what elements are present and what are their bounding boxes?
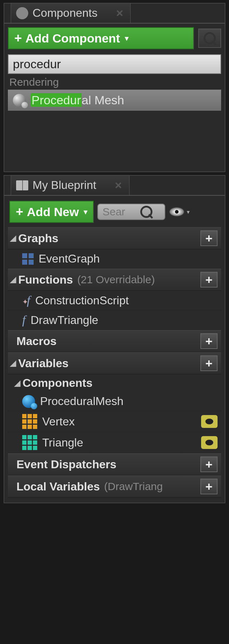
view-options-button[interactable]: ▾ (169, 207, 190, 217)
event-dispatchers-label: Event Dispatchers (16, 458, 116, 471)
search-result[interactable]: Procedural Mesh (8, 90, 221, 111)
add-variable-button[interactable]: + (200, 355, 218, 371)
functions-label: Functions (18, 273, 73, 286)
local-variables-label: Local Variables (16, 480, 100, 493)
subsection-components[interactable]: ◢ Components (8, 374, 221, 392)
add-dispatcher-button[interactable]: + (200, 456, 218, 472)
add-local-var-button[interactable]: + (200, 479, 218, 494)
variables-label: Variables (18, 357, 69, 370)
graph-icon (22, 253, 34, 265)
constructionscript-label: ConstructionScript (35, 294, 128, 307)
result-highlight: Procedur (31, 93, 82, 107)
category-label: Rendering (8, 74, 221, 90)
gear-icon (16, 7, 28, 19)
search-icon (204, 32, 216, 44)
component-search-input[interactable] (8, 54, 221, 74)
tree-item-constructionscript[interactable]: ✦f ConstructionScript (8, 291, 221, 310)
search-toggle-button[interactable] (198, 29, 221, 48)
section-graphs[interactable]: ◢Graphs + (8, 227, 221, 249)
local-vars-hint: (DrawTriang (104, 480, 163, 493)
close-icon[interactable]: × (115, 178, 122, 192)
expand-icon: ◢ (14, 379, 20, 388)
add-component-button[interactable]: + Add Component ▾ (8, 27, 194, 49)
expand-icon: ◢ (10, 359, 16, 368)
tree-item-triangle[interactable]: Triangle (8, 432, 221, 453)
blueprint-body: + Add New ▾ ▾ ◢Graphs + EventGraph ◢Func… (4, 195, 225, 503)
section-event-dispatchers[interactable]: Event Dispatchers + (8, 453, 221, 475)
function-icon: f (22, 313, 25, 327)
blueprint-tab[interactable]: My Blueprint × (11, 175, 130, 195)
book-icon (16, 180, 28, 190)
mesh-icon (13, 94, 26, 107)
add-graph-button[interactable]: + (200, 230, 218, 246)
tree-item-eventgraph[interactable]: EventGraph (8, 249, 221, 269)
close-icon[interactable]: × (116, 6, 123, 20)
functions-hint: (21 Overridable) (77, 274, 155, 286)
tree-item-vertex[interactable]: Vertex (8, 411, 221, 432)
graphs-label: Graphs (18, 232, 58, 245)
add-macro-button[interactable]: + (200, 333, 218, 349)
components-panel: Components × + Add Component ▾ Rendering… (4, 3, 225, 172)
blueprint-search-input[interactable] (102, 206, 138, 218)
my-blueprint-panel: My Blueprint × + Add New ▾ ▾ ◢Graphs + (4, 175, 225, 503)
expand-icon: ◢ (10, 275, 16, 284)
add-component-label: Add Component (25, 31, 120, 45)
eye-icon (169, 207, 185, 217)
search-icon (140, 206, 152, 218)
drawtriangle-label: DrawTriangle (30, 314, 98, 327)
array-struct-icon (22, 414, 37, 429)
result-rest: al Mesh (82, 93, 124, 107)
components-sub-label: Components (23, 376, 93, 390)
vertex-label: Vertex (42, 415, 75, 428)
proceduralmesh-label: ProceduralMesh (40, 395, 123, 408)
blueprint-search[interactable] (97, 204, 165, 220)
plus-icon: + (14, 31, 22, 46)
result-text: Procedural Mesh (31, 93, 124, 107)
eventgraph-label: EventGraph (39, 252, 100, 265)
section-local-variables[interactable]: Local Variables(DrawTriang + (8, 475, 221, 498)
components-tab-label: Components (33, 6, 97, 20)
triangle-label: Triangle (42, 436, 83, 449)
expand-icon: ◢ (10, 234, 16, 243)
components-tab[interactable]: Components × (11, 3, 131, 23)
plus-icon: + (16, 204, 23, 219)
section-variables[interactable]: ◢Variables + (8, 352, 221, 374)
add-new-label: Add New (27, 205, 79, 219)
components-body: + Add Component ▾ Rendering Procedural M… (4, 23, 225, 116)
tree-item-drawtriangle[interactable]: f DrawTriangle (8, 310, 221, 330)
component-mesh-icon (22, 395, 35, 408)
add-function-button[interactable]: + (200, 272, 218, 288)
section-macros[interactable]: Macros + (8, 330, 221, 352)
visibility-toggle[interactable] (201, 415, 218, 428)
array-int-icon (22, 435, 37, 450)
macros-label: Macros (16, 335, 57, 348)
tree-item-proceduralmesh[interactable]: ProceduralMesh (8, 392, 221, 411)
section-functions[interactable]: ◢Functions(21 Overridable) + (8, 269, 221, 291)
blueprint-tab-label: My Blueprint (33, 179, 96, 192)
visibility-toggle[interactable] (201, 436, 218, 449)
chevron-down-icon: ▾ (84, 208, 87, 216)
add-new-button[interactable]: + Add New ▾ (9, 201, 94, 223)
function-override-icon: ✦f (22, 294, 30, 307)
chevron-down-icon: ▾ (187, 209, 190, 215)
chevron-down-icon: ▾ (125, 34, 128, 43)
